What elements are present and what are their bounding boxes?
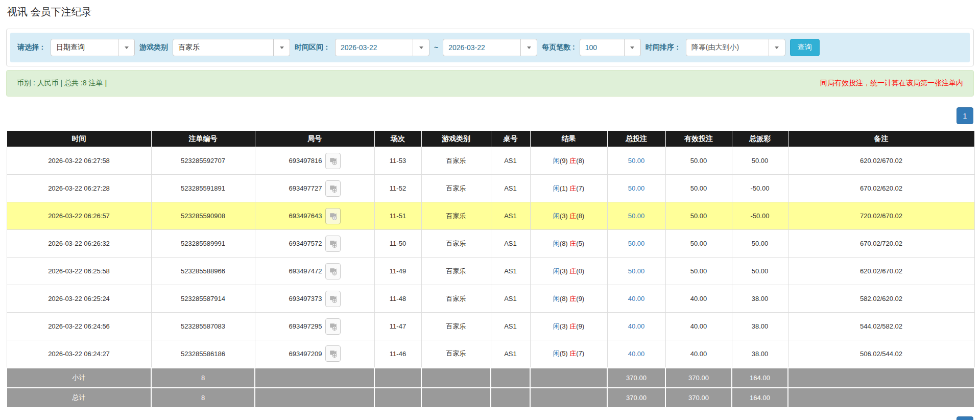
header-result: 结果 [530,131,607,147]
table-row: 2026-03-22 06:26:32523285589991693497572… [7,230,974,258]
total-bet-link[interactable]: 50.00 [628,157,645,165]
game-type-select[interactable]: 百家乐 [173,39,290,56]
pagination-page-1-top[interactable]: 1 [957,107,973,124]
cell-game: 百家乐 [421,147,491,175]
result-player-score: (8) [560,240,570,247]
result-banker-score: (9) [576,322,584,330]
cell-remark: 506.02/544.02 [788,340,974,368]
cell-result: 闲(3) 庄(0) [530,258,607,285]
date-from-value: 2026-03-22 [336,39,413,56]
round-number: 693497472 [289,267,322,275]
chevron-down-icon[interactable] [413,39,429,56]
total-bet-link[interactable]: 40.00 [628,322,645,330]
result-banker: 庄 [569,212,576,220]
subtotal-row: 小计 8 370.00 370.00 164.00 [7,368,974,388]
total-bet-link[interactable]: 50.00 [628,267,645,275]
empty-cell [421,368,491,388]
result-player: 闲 [553,322,560,330]
query-type-select[interactable]: 日期查询 [51,39,135,56]
result-player: 闲 [553,240,560,247]
table-row: 2026-03-22 06:25:58523285588966693497472… [7,258,974,285]
total-count: 8 [151,388,255,408]
chevron-down-icon[interactable] [273,39,290,56]
chevron-down-icon[interactable] [624,39,640,56]
total-bet-link[interactable]: 40.00 [628,350,645,358]
result-banker: 庄 [569,322,576,330]
date-to-value: 2026-03-22 [443,39,520,56]
header-session: 场次 [374,131,421,147]
summary-alert: 币别 : 人民币 | 总共 :8 注单 | 同局有效投注，统一计算在该局第一张注… [6,70,974,97]
video-replay-button[interactable] [325,208,341,224]
search-button[interactable]: 查询 [790,39,820,56]
cell-result: 闲(3) 庄(9) [530,313,607,340]
cell-time: 2026-03-22 06:26:57 [7,202,151,230]
cell-game: 百家乐 [421,175,491,202]
cell-session: 11-50 [374,230,421,258]
game-type-value: 百家乐 [173,39,273,56]
date-to-select[interactable]: 2026-03-22 [443,39,537,56]
video-camera-icon [328,184,338,193]
video-camera-icon [328,322,338,331]
video-replay-button[interactable] [325,291,341,307]
date-from-select[interactable]: 2026-03-22 [335,39,429,56]
empty-cell [788,368,974,388]
total-bet-link[interactable]: 50.00 [628,184,645,192]
round-number: 693497572 [289,240,322,247]
query-type-value: 日期查询 [51,39,118,56]
cell-valid_bet: 40.00 [665,313,732,340]
total-bet-link[interactable]: 40.00 [628,295,645,302]
betting-records-table: 时间 注单编号 局号 场次 游戏类别 桌号 结果 总投注 有效投注 总派彩 备注… [6,130,975,408]
cell-bet_id: 523285587083 [151,313,255,340]
cell-remark: 582.02/620.02 [788,285,974,313]
currency-total-text: 币别 : 人民币 | 总共 :8 注单 | [17,79,107,88]
sort-label: 时间排序： [646,43,681,52]
result-player: 闲 [553,184,560,192]
video-camera-icon [328,294,338,304]
sort-select[interactable]: 降幂(由大到小) [686,39,785,56]
per-page-select[interactable]: 100 [580,39,641,56]
video-replay-button[interactable] [325,318,341,335]
result-player: 闲 [553,157,560,165]
cell-round_id: 693497373 [255,285,374,313]
video-camera-icon [328,349,338,358]
cell-valid_bet: 50.00 [665,175,732,202]
chevron-down-icon[interactable] [118,39,134,56]
result-player: 闲 [553,212,560,220]
header-total-bet: 总投注 [607,131,665,147]
total-bet-link[interactable]: 50.00 [628,240,645,247]
total-bet-link[interactable]: 50.00 [628,212,645,220]
cell-session: 11-52 [374,175,421,202]
cell-payout: -50.00 [732,202,788,230]
cell-game: 百家乐 [421,313,491,340]
chevron-down-icon[interactable] [520,39,537,56]
empty-cell [788,388,974,408]
result-banker: 庄 [569,240,576,247]
pagination-page-1-bottom[interactable]: 1 [957,416,973,420]
cell-table_no: AS1 [491,147,530,175]
video-replay-button[interactable] [325,180,341,197]
cell-table_no: AS1 [491,285,530,313]
result-banker-score: (8) [576,157,584,165]
cell-time: 2026-03-22 06:24:27 [7,340,151,368]
video-replay-button[interactable] [325,263,341,279]
cell-time: 2026-03-22 06:27:28 [7,175,151,202]
video-replay-button[interactable] [325,345,341,362]
cell-total_bet: 40.00 [607,340,665,368]
video-replay-button[interactable] [325,236,341,252]
cell-session: 11-51 [374,202,421,230]
chevron-down-icon[interactable] [769,39,785,56]
cell-remark: 544.02/582.02 [788,313,974,340]
table-summary-body: 小计 8 370.00 370.00 164.00 总计 8 370.00 37… [7,368,974,408]
video-replay-button[interactable] [325,153,341,169]
cell-table_no: AS1 [491,258,530,285]
cell-session: 11-49 [374,258,421,285]
empty-cell [491,368,530,388]
cell-game: 百家乐 [421,258,491,285]
per-page-value: 100 [580,39,624,56]
video-camera-icon [328,267,338,276]
cell-time: 2026-03-22 06:25:24 [7,285,151,313]
result-player-score: (3) [560,212,570,220]
cell-game: 百家乐 [421,230,491,258]
video-camera-icon [328,212,338,221]
header-bet-id: 注单编号 [151,131,255,147]
